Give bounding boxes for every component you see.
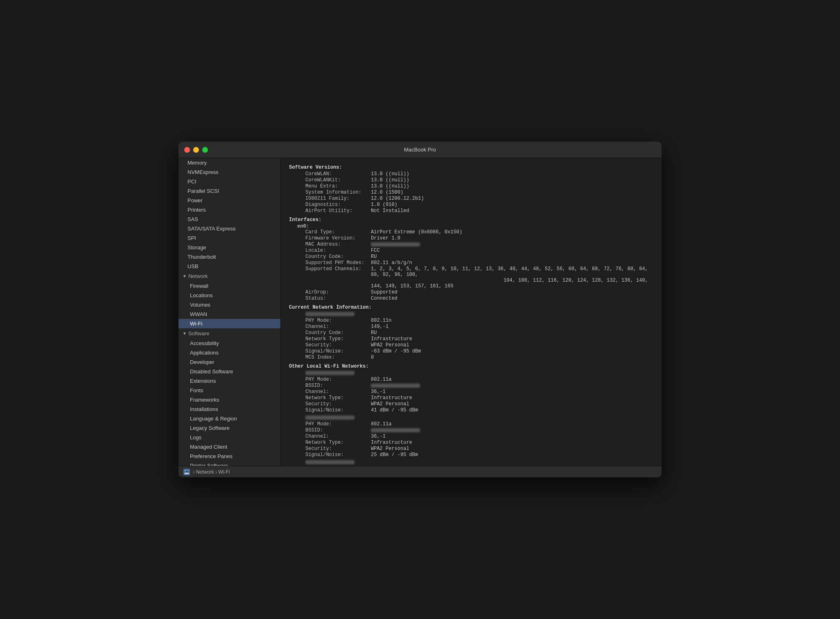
mac-value: [371, 242, 420, 247]
net1-nettype-label: Network Type:: [289, 395, 371, 401]
card-type-label: Card Type:: [289, 229, 371, 235]
statusbar: 💻 › Network › Wi-Fi: [178, 466, 662, 477]
sidebar-item-firewall[interactable]: Firewall: [178, 281, 280, 291]
airdrop-label: AirDrop:: [289, 289, 371, 295]
net2-nettype-value: Infrastructure: [371, 440, 412, 445]
firmware-label: Firmware Version:: [289, 235, 371, 241]
sidebar-group-network[interactable]: ▼ Network: [178, 271, 280, 281]
sidebar-item-nvme[interactable]: NVMExpress: [178, 167, 280, 177]
net1-nettype-value: Infrastructure: [371, 395, 412, 401]
close-button[interactable]: [184, 147, 190, 153]
bssid1-blur: [371, 384, 420, 388]
net1-bssid-value: [371, 383, 420, 389]
airdrop-row: AirDrop: Supported: [289, 289, 653, 295]
sidebar-item-thunderbolt[interactable]: Thunderbolt: [178, 252, 280, 262]
net2-bssid-value: [371, 427, 420, 433]
net1-signal-label: Signal/Noise:: [289, 407, 371, 413]
sidebar-item-developer[interactable]: Developer: [178, 357, 280, 367]
sidebar-item-preference-panes[interactable]: Preference Panes: [178, 452, 280, 461]
sidebar-item-fonts[interactable]: Fonts: [178, 386, 280, 395]
software-group-label: Software: [188, 330, 209, 337]
bssid2-blur: [371, 428, 420, 432]
corewlan-value: 13.0 ((null)): [371, 171, 409, 177]
software-versions-header: Software Versions:: [289, 165, 653, 170]
maximize-button[interactable]: [202, 147, 208, 153]
sidebar-item-spi[interactable]: SPI: [178, 233, 280, 243]
status-label: Status:: [289, 296, 371, 301]
other-networks-header: Other Local Wi-Fi Networks:: [289, 364, 653, 369]
airport-utility-row: AirPort Utility: Not Installed: [289, 208, 653, 214]
firmware-value: Driver 1.0: [371, 235, 400, 241]
sidebar-item-volumes[interactable]: Volumes: [178, 300, 280, 310]
sidebar-item-storage[interactable]: Storage: [178, 243, 280, 252]
sidebar-item-extensions[interactable]: Extensions: [178, 376, 280, 386]
phy-modes-value: 802.11 a/b/g/n: [371, 260, 412, 266]
sidebar-group-software[interactable]: ▼ Software: [178, 328, 280, 339]
sidebar-item-power[interactable]: Power: [178, 196, 280, 205]
cur-channel-row: Channel: 149,-1: [289, 324, 653, 330]
sidebar-item-sata[interactable]: SATA/SATA Express: [178, 224, 280, 233]
net1-channel-value: 36,-1: [371, 389, 386, 395]
cur-nettype-value: Infrastructure: [371, 336, 412, 342]
sidebar-item-frameworks[interactable]: Frameworks: [178, 395, 280, 404]
sidebar-item-managed-client[interactable]: Managed Client: [178, 442, 280, 452]
software-arrow-icon: ▼: [183, 331, 187, 336]
sidebar-item-usb[interactable]: USB: [178, 262, 280, 271]
airport-utility-value: Not Installed: [371, 208, 409, 214]
ssid3-blur: [305, 416, 355, 420]
current-ssid-blur: [305, 312, 355, 316]
menuextra-row: Menu Extra: 13.0 ((null)): [289, 183, 653, 189]
net2-security-label: Security:: [289, 446, 371, 452]
net1-nettype-row: Network Type: Infrastructure: [289, 395, 653, 401]
sidebar-item-locations[interactable]: Locations: [178, 291, 280, 300]
locale-row: Locale: FCC: [289, 248, 653, 253]
current-network-header: Current Network Information:: [289, 305, 653, 310]
minimize-button[interactable]: [193, 147, 199, 153]
net2-bssid-label: BSSID:: [289, 427, 371, 433]
cur-country-label: Country Code:: [289, 330, 371, 336]
en0-header: en0:: [289, 224, 653, 229]
menuextra-value: 13.0 ((null)): [371, 183, 409, 189]
io80211-label: IO80211 Family:: [289, 196, 371, 201]
network-arrow-icon: ▼: [183, 274, 187, 278]
sidebar-item-sas[interactable]: SAS: [178, 215, 280, 224]
sidebar-item-accessibility[interactable]: Accessibility: [178, 339, 280, 348]
sidebar-item-wifi[interactable]: Wi-Fi: [178, 319, 280, 328]
breadcrumb: › Network › Wi-Fi: [192, 469, 230, 475]
sidebar-item-pci[interactable]: PCI: [178, 177, 280, 186]
net2-channel-value: 36,-1: [371, 434, 386, 439]
cur-country-row: Country Code: RU: [289, 330, 653, 336]
current-network-name: [289, 311, 653, 317]
net1-bssid-row: BSSID:: [289, 383, 653, 389]
sidebar-item-memory[interactable]: Memory: [178, 158, 280, 167]
sidebar-item-installations[interactable]: Installations: [178, 404, 280, 414]
sidebar-item-parallel-scsi[interactable]: Parallel SCSI: [178, 186, 280, 196]
sidebar-item-applications[interactable]: Applications: [178, 348, 280, 357]
status-value: Connected: [371, 296, 397, 301]
sidebar-item-printers[interactable]: Printers: [178, 205, 280, 215]
net2-nettype-row: Network Type: Infrastructure: [289, 440, 653, 445]
cur-security-row: Security: WPA2 Personal: [289, 342, 653, 348]
sidebar-item-legacy-software[interactable]: Legacy Software: [178, 423, 280, 433]
sidebar-item-logs[interactable]: Logs: [178, 433, 280, 442]
cur-mcs-label: MCS Index:: [289, 355, 371, 360]
net1-bssid-label: BSSID:: [289, 383, 371, 389]
sidebar-item-printer-software[interactable]: Printer Software: [178, 461, 280, 466]
net2-bssid-row: BSSID:: [289, 427, 653, 433]
corewlankit-value: 13.0 ((null)): [371, 177, 409, 183]
net2-signal-row: Signal/Noise: 25 dBm / -95 dBm: [289, 452, 653, 458]
mac-row: MAC Address:: [289, 242, 653, 247]
net2-security-row: Security: WPA2 Personal: [289, 446, 653, 452]
cur-security-value: WPA2 Personal: [371, 342, 409, 348]
sidebar-item-disabled-software[interactable]: Disabled Software: [178, 367, 280, 376]
sidebar-item-language-region[interactable]: Language & Region: [178, 414, 280, 423]
sidebar-item-wwan[interactable]: WWAN: [178, 310, 280, 319]
net1-phy-value: 802.11a: [371, 377, 391, 382]
status-row: Status: Connected: [289, 296, 653, 301]
traffic-lights: [184, 147, 208, 153]
cur-phy-row: PHY Mode: 802.11n: [289, 318, 653, 323]
cur-phy-label: PHY Mode:: [289, 318, 371, 323]
channels-label: Supported Channels:: [289, 266, 371, 289]
net2-signal-value: 25 dBm / -95 dBm: [371, 452, 418, 458]
content-area[interactable]: Software Versions: CoreWLAN: 13.0 ((null…: [281, 158, 662, 466]
